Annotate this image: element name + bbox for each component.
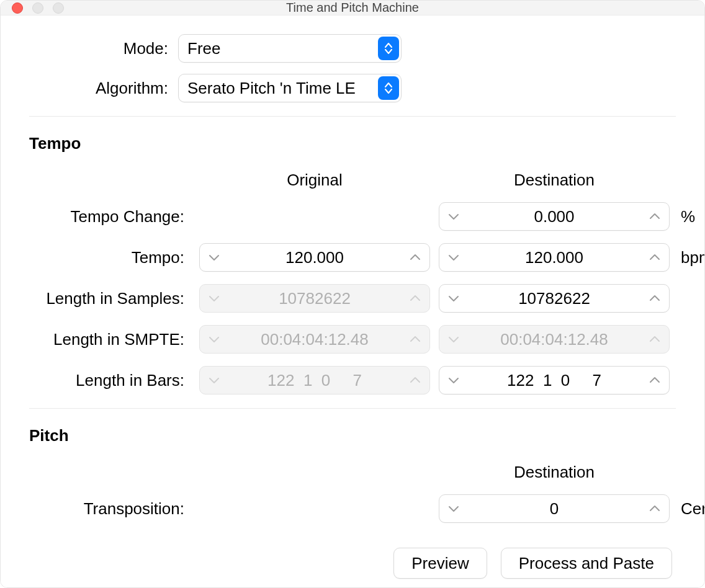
length-samples-dest-value: 10782622 (464, 289, 644, 308)
chevron-down-icon[interactable] (443, 370, 464, 391)
chevron-up-icon[interactable] (644, 288, 665, 309)
tempo-section-title: Tempo (29, 134, 676, 153)
tempo-orig-value: 120.000 (225, 248, 405, 267)
pitch-grid: Destination Transposition: 0 Cent (29, 463, 676, 523)
chevron-down-icon[interactable] (443, 247, 464, 268)
mode-row: Mode: Free (29, 34, 676, 63)
content: Mode: Free Algorithm: Serato Pitch 'n Ti… (1, 16, 704, 588)
length-bars-orig-value: 122 1 0 7 (225, 371, 405, 390)
transposition-dest-value: 0 (464, 499, 644, 519)
length-smpte-orig-stepper: 00:04:04:12.48 (199, 325, 430, 354)
process-and-paste-button-label: Process and Paste (519, 554, 654, 573)
tempo-label: Tempo: (29, 248, 191, 267)
col-destination-header: Destination (439, 171, 670, 190)
window: Time and Pitch Machine Mode: Free Algori… (0, 0, 705, 588)
minimize-button[interactable] (32, 2, 43, 14)
tempo-change-unit: % (678, 207, 705, 226)
buttons-row: Preview Process and Paste (29, 548, 676, 579)
transposition-unit: Cent (678, 499, 705, 519)
tempo-change-label: Tempo Change: (29, 207, 191, 226)
length-bars-orig-stepper: 122 1 0 7 (199, 366, 430, 394)
chevron-up-icon[interactable] (644, 498, 665, 519)
divider (29, 408, 676, 409)
zoom-button[interactable] (53, 2, 64, 14)
length-smpte-dest-stepper: 00:04:04:12.48 (439, 325, 670, 354)
tempo-grid: Original Destination Tempo Change: 0.000… (29, 171, 676, 394)
algorithm-row: Algorithm: Serato Pitch 'n Time LE (29, 74, 676, 102)
length-samples-dest-stepper[interactable]: 10782622 (439, 284, 670, 313)
updown-icon (378, 76, 399, 100)
length-smpte-orig-value: 00:04:04:12.48 (225, 330, 405, 349)
chevron-up-icon[interactable] (644, 370, 665, 391)
tempo-change-dest-value: 0.000 (464, 207, 644, 226)
length-smpte-label: Length in SMPTE: (29, 330, 191, 349)
length-bars-label: Length in Bars: (29, 371, 191, 390)
length-samples-orig-value: 10782622 (225, 289, 405, 308)
pitch-col-destination-header: Destination (439, 463, 670, 482)
chevron-down-icon (204, 329, 225, 350)
chevron-down-icon[interactable] (204, 247, 225, 268)
chevron-down-icon[interactable] (443, 498, 464, 519)
preview-button[interactable]: Preview (393, 548, 487, 579)
mode-select[interactable]: Free (178, 34, 402, 63)
preview-button-label: Preview (411, 554, 469, 573)
pitch-section: Pitch Destination Transposition: 0 Cent (29, 426, 676, 523)
divider (29, 116, 676, 117)
updown-icon (378, 37, 399, 60)
process-and-paste-button[interactable]: Process and Paste (501, 548, 672, 579)
length-samples-label: Length in Samples: (29, 289, 191, 308)
tempo-dest-stepper[interactable]: 120.000 (439, 243, 670, 272)
mode-select-value: Free (187, 39, 220, 58)
transposition-dest-stepper[interactable]: 0 (439, 494, 670, 523)
col-original-header: Original (199, 171, 430, 190)
tempo-change-dest-stepper[interactable]: 0.000 (439, 202, 670, 231)
algorithm-select[interactable]: Serato Pitch 'n Time LE (178, 74, 402, 102)
tempo-dest-value: 120.000 (464, 248, 644, 267)
chevron-up-icon (405, 370, 426, 391)
pitch-section-title: Pitch (29, 426, 676, 445)
chevron-up-icon (405, 288, 426, 309)
chevron-down-icon (204, 288, 225, 309)
close-button[interactable] (12, 2, 23, 14)
tempo-section: Tempo Original Destination Tempo Change:… (29, 134, 676, 394)
chevron-down-icon[interactable] (443, 288, 464, 309)
chevron-up-icon (644, 329, 665, 350)
titlebar: Time and Pitch Machine (1, 1, 704, 16)
algorithm-label: Algorithm: (29, 79, 178, 98)
chevron-up-icon[interactable] (644, 206, 665, 227)
traffic-lights (12, 2, 64, 14)
mode-label: Mode: (29, 39, 178, 58)
length-bars-dest-value: 122 1 0 7 (464, 371, 644, 390)
length-smpte-dest-value: 00:04:04:12.48 (464, 330, 644, 349)
tempo-orig-stepper[interactable]: 120.000 (199, 243, 430, 272)
tempo-unit: bpm (678, 248, 705, 267)
chevron-up-icon[interactable] (405, 247, 426, 268)
chevron-down-icon (443, 329, 464, 350)
transposition-label: Transposition: (29, 499, 191, 519)
length-samples-orig-stepper: 10782622 (199, 284, 430, 313)
algorithm-select-value: Serato Pitch 'n Time LE (187, 79, 356, 98)
window-title: Time and Pitch Machine (286, 1, 419, 15)
chevron-down-icon (204, 370, 225, 391)
length-bars-dest-stepper[interactable]: 122 1 0 7 (439, 366, 670, 394)
chevron-up-icon[interactable] (644, 247, 665, 268)
chevron-down-icon[interactable] (443, 206, 464, 227)
chevron-up-icon (405, 329, 426, 350)
